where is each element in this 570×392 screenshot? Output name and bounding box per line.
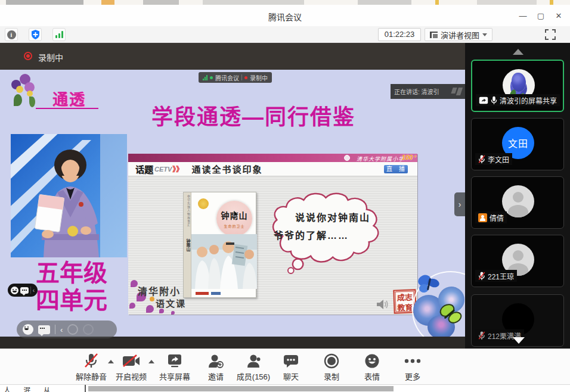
background-text-fragment: 人 泯 从: [4, 385, 56, 392]
recording-label: 录制中: [38, 51, 63, 63]
side-panel-expand-handle[interactable]: ›: [454, 192, 465, 216]
record-button[interactable]: 录制: [310, 353, 353, 382]
mic-muted-icon: [478, 272, 485, 281]
quick-reactions-pill[interactable]: ‹: [8, 284, 38, 297]
chevron-right-icon: ›: [459, 200, 461, 209]
meeting-timer: 01:22:23: [378, 28, 421, 41]
smiley-icon[interactable]: [23, 324, 33, 335]
floating-meeting-monitor: 腾讯会议 录制中: [199, 72, 272, 83]
participant-tile-sharing[interactable]: 清波引的屏幕共享: [471, 60, 564, 112]
more-button[interactable]: 更多: [391, 353, 434, 382]
background-scrollbar-fragment: [88, 386, 394, 391]
fullscreen-button[interactable]: [545, 29, 556, 40]
main-stage: 录制中 通透 腾讯会议 录制中: [0, 43, 465, 349]
chat-bubble-icon: [283, 354, 299, 368]
gold-dot-icon: [150, 297, 154, 301]
members-button[interactable]: 成员(156): [232, 353, 275, 382]
security-button[interactable]: [29, 28, 42, 41]
chat-bubble-icon[interactable]: [20, 287, 29, 294]
audio-wave-icon: [452, 88, 461, 95]
signal-bars-icon: [55, 31, 63, 38]
statusbar: i 01:22:23 演讲者视图: [0, 26, 570, 43]
monitor-app-label: 腾讯会议: [215, 73, 239, 82]
school-logo-icon: [344, 155, 350, 161]
chat-button[interactable]: 聊天: [269, 353, 312, 382]
smiley-icon[interactable]: [11, 287, 18, 294]
arrows-decoration: 》》: [172, 164, 183, 174]
avatar: [502, 185, 534, 217]
window-title: 腾讯会议: [0, 11, 570, 23]
publisher-logos: [196, 292, 231, 295]
camera-muted-icon: [122, 354, 140, 368]
close-button[interactable]: ✕: [550, 8, 568, 23]
participants-sidebar: 清波引的屏幕共享 文田 李文田 倩倩: [465, 43, 570, 349]
reactions-button[interactable]: 表情: [351, 353, 394, 382]
members-icon: [246, 354, 261, 368]
mic-muted-icon: [478, 331, 485, 340]
tongtou-underline: [36, 108, 98, 109]
speaking-label: 正在讲话: 清波引: [394, 87, 439, 96]
blue-butterfly-icon: [417, 273, 442, 295]
unmute-button[interactable]: 解除静音: [70, 353, 113, 382]
book-series: 中华先锋人物故事汇: [184, 195, 191, 227]
participant-tile[interactable]: 文田 李文田: [471, 118, 564, 170]
share-screen-button[interactable]: 共享屏幕: [153, 353, 196, 382]
mouse-cursor-icon: [233, 210, 239, 219]
collapse-chevron-icon[interactable]: ‹: [33, 287, 35, 294]
green-dot-icon: [210, 76, 213, 79]
scroll-up-arrow[interactable]: [513, 49, 523, 55]
monitor-recording-label: 录制中: [250, 73, 268, 82]
bubble-text-line1: 说说你对钟南山: [295, 210, 370, 224]
mic-muted-icon: [478, 155, 485, 164]
start-video-button[interactable]: 开启视频: [110, 353, 153, 382]
footer-subject-label: 语文课: [156, 297, 186, 309]
meeting-info-button[interactable]: i: [5, 28, 18, 41]
thought-bubble: 说说你对钟南山 爷爷的了解……: [261, 191, 389, 277]
maximize-button[interactable]: ▢: [532, 8, 550, 23]
book-spine-title: 钟南山: [185, 239, 191, 251]
recording-banner: 录制中: [0, 43, 465, 70]
presenter-video: [11, 134, 127, 257]
quick-reactions-pill-expanded[interactable]: ‹: [17, 321, 117, 338]
share-screen-icon: [167, 354, 182, 368]
speaker-icon: [376, 298, 389, 310]
footer-school-label: 清华附小: [138, 284, 181, 298]
scroll-down-arrow[interactable]: [513, 337, 525, 344]
chat-bubble-icon[interactable]: [38, 325, 50, 334]
layout-icon: [430, 32, 438, 38]
shared-screen-content: 通透 腾讯会议 录制中 正在讲话: 清波引 学段通透—同行借鉴: [0, 70, 465, 337]
book-title-badge: 钟南山 生命的卫士: [216, 201, 252, 237]
view-mode-selector[interactable]: 演讲者视图: [425, 28, 492, 41]
phone-user-icon: [478, 213, 487, 222]
info-icon: i: [7, 30, 16, 39]
record-icon: [324, 353, 339, 369]
shield-icon: [31, 30, 40, 39]
green-butterfly-icon: [438, 301, 464, 327]
network-button[interactable]: [52, 28, 66, 41]
book-cover: 中华先锋人物故事汇 钟南山 钟南山 生命的卫士: [183, 192, 256, 298]
participant-tile[interactable]: 221王琼: [471, 235, 564, 287]
invite-person-icon: [208, 354, 224, 368]
anniversary-badge: 100⁺: [402, 154, 416, 161]
tongtou-badge: 通透: [52, 87, 86, 109]
smiley-icon: [364, 353, 380, 369]
minimize-button[interactable]: —: [514, 8, 532, 23]
signal-bars-icon: [203, 75, 207, 80]
mic-on-icon: [491, 96, 497, 105]
tencent-meeting-window: 腾讯会议 — ▢ ✕ i 01:22:23 演讲者视图: [0, 0, 570, 392]
collapse-chevron-icon[interactable]: ‹: [60, 325, 63, 334]
background-window-top-fragment: [0, 0, 570, 5]
chevron-down-icon: [482, 33, 487, 36]
invite-button[interactable]: 邀请: [194, 353, 237, 382]
participant-name-tag: 221王琼: [475, 270, 517, 282]
view-mode-label: 演讲者视图: [441, 29, 479, 41]
participant-name-tag: 清波引的屏幕共享: [476, 94, 560, 106]
participant-tile[interactable]: 倩倩: [471, 176, 564, 229]
more-dots-icon: [404, 359, 421, 363]
book-subtitle: 生命的卫士: [216, 223, 252, 229]
bubble-text-line2: 爷爷的了解……: [274, 228, 349, 242]
book-spine: 中华先锋人物故事汇 钟南山: [184, 192, 191, 297]
live-badge: 直 播: [384, 165, 408, 173]
tv-channel-logo: CETV: [154, 166, 172, 173]
now-speaking-bar: 正在讲话: 清波引: [391, 84, 465, 99]
